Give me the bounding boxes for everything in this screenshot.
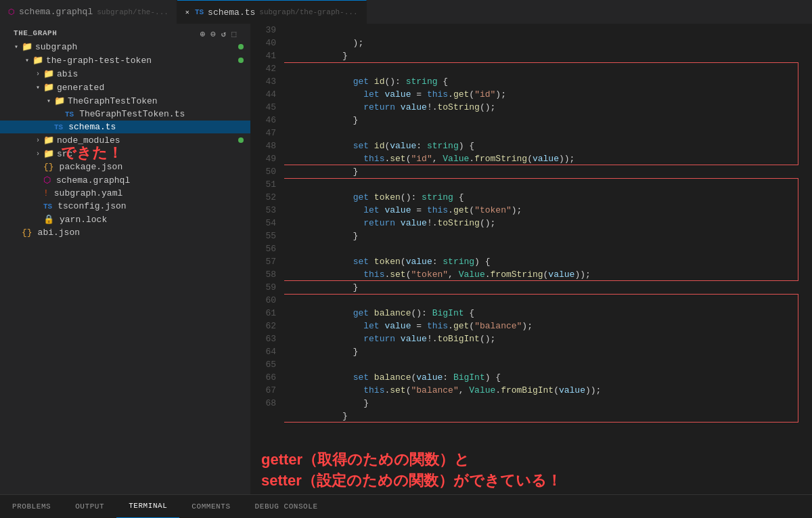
json-icon: {} — [43, 162, 54, 172]
code-line-41 — [290, 49, 812, 62]
code-line-43: let value = this.get("id"); — [290, 75, 812, 88]
tab-comments[interactable]: COMMENTS — [179, 495, 242, 519]
folder-icon: 📁 — [22, 41, 32, 52]
code-line-61: let value = this.get("balance"); — [290, 307, 812, 320]
code-line-55 — [290, 230, 812, 242]
tab-path-active: subgraph/the-graph-... — [259, 8, 357, 16]
yaml-icon: ! — [43, 188, 49, 198]
tree-label: yarn.lock — [60, 215, 107, 225]
arrow-icon: ▾ — [32, 83, 43, 91]
editor: 39 40 41 42 43 44 45 46 47 48 49 50 51 5… — [250, 24, 812, 494]
code-line-47: set id(value: string) { — [290, 127, 812, 139]
tree-item-abi-json[interactable]: {} abi.json — [0, 226, 250, 239]
json-icon: {} — [22, 228, 32, 238]
code-line-39: ); — [290, 24, 812, 37]
tab-schema-ts[interactable]: ✕ TS schema.ts subgraph/the-graph-... — [177, 0, 367, 24]
code-line-68: } — [290, 397, 812, 410]
bottom-annotation-line1: getter（取得のための関数）と — [261, 450, 801, 471]
sidebar-actions: ⊕ ⊖ ↺ ⬚ — [200, 29, 237, 39]
code-line-58: } — [290, 268, 812, 281]
line-numbers: 39 40 41 42 43 44 45 46 47 48 49 50 51 5… — [250, 24, 284, 444]
modified-dot — [238, 44, 244, 49]
tree-item-schema-graphql[interactable]: ⬡ schema.graphql — [0, 173, 250, 187]
tree-label: abis — [57, 69, 78, 79]
arrow-icon: ▾ — [43, 97, 54, 105]
tree-label: tsconfig.json — [58, 201, 126, 211]
tree-label: TheGraphTestToken.ts — [79, 109, 185, 119]
close-icon[interactable]: ✕ — [185, 8, 189, 16]
tree-item-generated[interactable]: ▾ 📁 generated — [0, 81, 250, 94]
tab-label: schema.graphql — [19, 7, 93, 17]
modified-dot — [238, 58, 244, 63]
tree-item-subgraph[interactable]: ▾ 📁 subgraph — [0, 40, 250, 53]
tree-label: TheGraphTestToken — [68, 96, 158, 106]
tree-item-abis[interactable]: › 📁 abis — [0, 67, 250, 81]
code-line-51: get token(): string { — [290, 178, 812, 191]
folder-icon: 📁 — [32, 55, 43, 66]
tab-schema-graphql[interactable]: ⬡ schema.graphql subgraph/the-... — [0, 0, 177, 24]
ts-config-icon: TS — [43, 202, 52, 211]
code-line-65: set balance(value: BigInt) { — [290, 358, 812, 371]
tree-item-package-json[interactable]: {} package.json — [0, 160, 250, 173]
code-line-42: get id(): string { — [290, 62, 812, 75]
tab-debug-console[interactable]: DEBUG CONSOLE — [243, 495, 330, 519]
tree-item-yarn-lock[interactable]: 🔒 yarn.lock — [0, 213, 250, 226]
code-line-40: } — [290, 37, 812, 49]
tree-item-the-graph[interactable]: ▾ 📁 the-graph-test-token — [0, 53, 250, 67]
arrow-icon: › — [32, 150, 43, 158]
graphql-icon: ⬡ — [43, 175, 51, 186]
arrow-icon: ▾ — [22, 56, 32, 64]
code-line-50 — [290, 165, 812, 178]
code-line-46 — [290, 114, 812, 127]
code-line-52: let value = this.get("token"); — [290, 191, 812, 204]
tree-label: subgraph.yaml — [54, 188, 122, 198]
annotation-src: できた！ — [61, 143, 122, 163]
graphql-icon: ⬡ — [8, 7, 15, 16]
sidebar-title: THE_GRAPH ⊕ ⊖ ↺ ⬚ — [0, 24, 250, 40]
modified-dot — [238, 137, 244, 143]
arrow-icon: › — [32, 137, 43, 144]
tree-label: abi.json — [38, 228, 80, 238]
tree-item-subgraph-yaml[interactable]: ! subgraph.yaml — [0, 187, 250, 200]
bottom-tabs: PROBLEMS OUTPUT TERMINAL COMMENTS DEBUG … — [0, 494, 812, 518]
tab-terminal[interactable]: TERMINAL — [116, 495, 179, 519]
yarn-icon: 🔒 — [43, 214, 54, 225]
code-line-64 — [290, 345, 812, 358]
bottom-annotation-line2: setter（設定のための関数）ができている！ — [261, 471, 801, 492]
code-line-66: this.set("balance", Value.fromBigInt(val… — [290, 371, 812, 384]
code-line-53: return value!.toString(); — [290, 204, 812, 217]
code-area: ); } get id(): string { let value = this… — [284, 24, 812, 444]
tree-item-schema-ts[interactable]: TS schema.ts — [0, 121, 250, 133]
code-line-57: this.set("token", Value.fromString(value… — [290, 255, 812, 268]
sidebar: THE_GRAPH ⊕ ⊖ ↺ ⬚ ▾ 📁 subgraph ▾ 📁 the-g… — [0, 24, 250, 494]
bottom-annotation: getter（取得のための関数）と setter（設定のための関数）ができている… — [250, 444, 812, 494]
tab-label-active: schema.ts — [208, 7, 255, 18]
ts-file-icon: TS — [54, 123, 63, 131]
arrow-icon: › — [32, 70, 43, 78]
ts-file-icon: TS — [65, 110, 74, 118]
tree-item-TheGraphTestToken[interactable]: ▾ 📁 TheGraphTestToken — [0, 94, 250, 108]
tree-label: package.json — [60, 162, 123, 172]
folder-icon: 📁 — [43, 68, 54, 79]
tree-item-TheGraphTestToken-ts[interactable]: TS TheGraphTestToken.ts — [0, 108, 250, 121]
tree-label: schema.ts — [68, 122, 116, 132]
code-line-59 — [290, 281, 812, 294]
folder-icon: 📁 — [54, 95, 65, 106]
code-line-54: } — [290, 217, 812, 230]
code-line-62: return value!.toBigInt(); — [290, 320, 812, 332]
code-line-63: } — [290, 332, 812, 345]
tab-output[interactable]: OUTPUT — [63, 495, 116, 519]
tab-problems[interactable]: PROBLEMS — [0, 495, 63, 519]
code-line-45: } — [290, 101, 812, 114]
tree-item-tsconfig[interactable]: TS tsconfig.json — [0, 200, 250, 213]
tree-item-src[interactable]: › 📁 できた！ src — [0, 147, 250, 160]
editor-content: 39 40 41 42 43 44 45 46 47 48 49 50 51 5… — [250, 24, 812, 444]
code-line-44: return value!.toString(); — [290, 88, 812, 101]
code-line-60: get balance(): BigInt { — [290, 294, 812, 307]
code-line-48: this.set("id", Value.fromString(value)); — [290, 139, 812, 152]
folder-icon: 📁 — [43, 82, 54, 93]
tree-item-node-modules[interactable]: › 📁 node_modules — [0, 133, 250, 147]
tab-bar: ⬡ schema.graphql subgraph/the-... ✕ TS s… — [0, 0, 812, 24]
tree-label: generated — [57, 83, 104, 93]
arrow-icon: ▾ — [11, 43, 22, 51]
